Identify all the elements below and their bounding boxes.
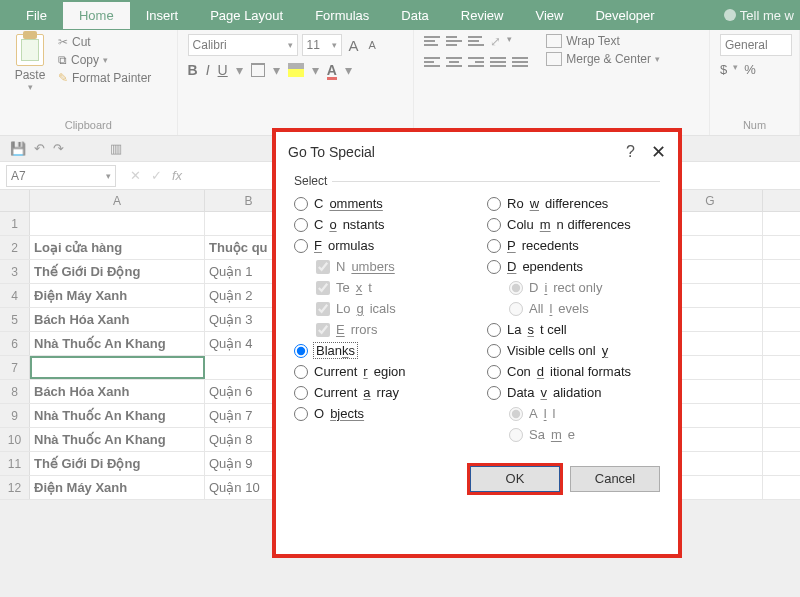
grow-font-button[interactable]: A	[346, 37, 362, 54]
radio-objects[interactable]: Objects	[294, 406, 467, 421]
radio-dependents[interactable]: Dependents	[487, 259, 660, 274]
help-icon[interactable]: ?	[626, 143, 635, 161]
radio-constants[interactable]: Constants	[294, 217, 467, 232]
format-painter-button[interactable]: ✎Format Painter	[56, 70, 153, 86]
tab-home[interactable]: Home	[63, 2, 130, 29]
fill-color-button[interactable]	[288, 63, 304, 77]
redo-icon[interactable]: ↷	[53, 141, 64, 156]
radio-conditional-formats[interactable]: Conditional formats	[487, 364, 660, 379]
align-middle-icon[interactable]	[446, 34, 462, 48]
row-header[interactable]: 11	[0, 452, 30, 475]
copy-button[interactable]: ⧉Copy▾	[56, 52, 153, 68]
cell[interactable]: Bách Hóa Xanh	[30, 380, 205, 403]
bold-button[interactable]: B	[188, 62, 198, 78]
select-all-corner[interactable]	[0, 190, 30, 211]
radio-formulas[interactable]: Formulas	[294, 238, 467, 253]
cell[interactable]: Bách Hóa Xanh	[30, 308, 205, 331]
cell[interactable]: Thế Giới Di Động	[30, 452, 205, 475]
tab-formulas[interactable]: Formulas	[299, 2, 385, 29]
wrap-icon	[546, 34, 562, 48]
align-left-icon[interactable]	[424, 55, 440, 69]
cell[interactable]: Thế Giới Di Động	[30, 260, 205, 283]
undo-icon[interactable]: ↶	[34, 141, 45, 156]
row-header[interactable]: 7	[0, 356, 30, 379]
cell[interactable]: Nhà Thuốc An Khang	[30, 428, 205, 451]
cell[interactable]	[30, 356, 205, 379]
name-box[interactable]: A7▾	[6, 165, 116, 187]
row-header[interactable]: 6	[0, 332, 30, 355]
tab-review[interactable]: Review	[445, 2, 520, 29]
cell[interactable]: Điện Máy Xanh	[30, 284, 205, 307]
merge-icon	[546, 52, 562, 66]
tab-data[interactable]: Data	[385, 2, 444, 29]
check-text: Text	[294, 280, 467, 295]
number-format-select[interactable]: General	[720, 34, 792, 56]
shrink-font-button[interactable]: A	[366, 39, 379, 51]
radio-comments[interactable]: Comments	[294, 196, 467, 211]
ok-button[interactable]: OK	[470, 466, 560, 492]
cell[interactable]: Nhà Thuốc An Khang	[30, 404, 205, 427]
increase-indent-icon[interactable]	[512, 55, 528, 69]
clipboard-group-label: Clipboard	[10, 119, 167, 133]
percent-button[interactable]: %	[744, 62, 756, 77]
cell[interactable]: Loại cửa hàng	[30, 236, 205, 259]
cell[interactable]	[30, 212, 205, 235]
font-name-select[interactable]: Calibri▾	[188, 34, 298, 56]
align-center-icon[interactable]	[446, 55, 462, 69]
cancel-button[interactable]: Cancel	[570, 466, 660, 492]
row-header[interactable]: 12	[0, 476, 30, 499]
qat-icon[interactable]: ▥	[110, 141, 122, 156]
tab-developer[interactable]: Developer	[579, 2, 670, 29]
cell[interactable]: Nhà Thuốc An Khang	[30, 332, 205, 355]
close-icon[interactable]: ✕	[651, 141, 666, 163]
radio-current-array[interactable]: Current array	[294, 385, 467, 400]
paste-button[interactable]: Paste ▾	[10, 34, 50, 92]
check-numbers: Numbers	[294, 259, 467, 274]
tab-insert[interactable]: Insert	[130, 2, 195, 29]
row-header[interactable]: 5	[0, 308, 30, 331]
tab-page-layout[interactable]: Page Layout	[194, 2, 299, 29]
row-header[interactable]: 8	[0, 380, 30, 403]
decrease-indent-icon[interactable]	[490, 55, 506, 69]
align-bottom-icon[interactable]	[468, 34, 484, 48]
radio-current-region[interactable]: Current region	[294, 364, 467, 379]
enter-icon[interactable]: ✓	[151, 168, 162, 183]
radio-precedents[interactable]: Precedents	[487, 238, 660, 253]
fx-icon[interactable]: fx	[172, 168, 182, 183]
font-color-button[interactable]: A	[327, 62, 337, 78]
radio-blanks[interactable]: Blanks	[294, 343, 467, 358]
wrap-text-button[interactable]: Wrap Text	[546, 34, 660, 48]
row-header[interactable]: 2	[0, 236, 30, 259]
radio-column-differences[interactable]: Column differences	[487, 217, 660, 232]
font-size-select[interactable]: 11▾	[302, 34, 342, 56]
radio-last-cell[interactable]: Last cell	[487, 322, 660, 337]
brush-icon: ✎	[58, 71, 68, 85]
accounting-button[interactable]: $	[720, 62, 727, 77]
orientation-button[interactable]: ⤢	[490, 34, 501, 49]
col-header-a[interactable]: A	[30, 190, 205, 211]
row-header[interactable]: 3	[0, 260, 30, 283]
align-top-icon[interactable]	[424, 34, 440, 48]
go-to-special-dialog: Go To Special ? ✕ Select Comments Consta…	[272, 128, 682, 558]
paste-icon	[16, 34, 44, 66]
merge-center-button[interactable]: Merge & Center▾	[546, 52, 660, 66]
radio-data-validation[interactable]: Data validation	[487, 385, 660, 400]
underline-button[interactable]: U	[218, 62, 228, 78]
cell[interactable]: Điện Máy Xanh	[30, 476, 205, 499]
tab-file[interactable]: File	[10, 2, 63, 29]
row-header[interactable]: 1	[0, 212, 30, 235]
align-right-icon[interactable]	[468, 55, 484, 69]
tab-view[interactable]: View	[519, 2, 579, 29]
radio-row-differences[interactable]: Row differences	[487, 196, 660, 211]
cut-button[interactable]: ✂Cut	[56, 34, 153, 50]
row-header[interactable]: 9	[0, 404, 30, 427]
row-header[interactable]: 10	[0, 428, 30, 451]
radio-same: Same	[487, 427, 660, 442]
italic-button[interactable]: I	[206, 62, 210, 78]
row-header[interactable]: 4	[0, 284, 30, 307]
radio-visible-cells[interactable]: Visible cells only	[487, 343, 660, 358]
tell-me[interactable]: Tell me w	[724, 8, 800, 23]
border-button[interactable]	[251, 63, 265, 77]
cancel-icon[interactable]: ✕	[130, 168, 141, 183]
save-icon[interactable]: 💾	[10, 141, 26, 156]
